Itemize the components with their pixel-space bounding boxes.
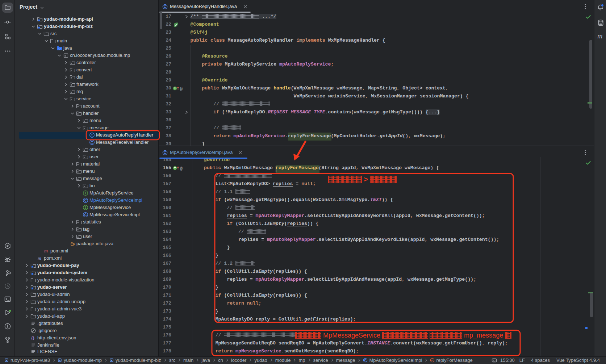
svg-text:@: @ xyxy=(180,166,183,171)
svg-text:m: m xyxy=(44,248,48,254)
svg-text:{}: {} xyxy=(31,336,34,340)
svg-text:m: m xyxy=(431,359,433,362)
svg-text:@: @ xyxy=(180,87,183,91)
svg-text:m: m xyxy=(38,255,41,261)
